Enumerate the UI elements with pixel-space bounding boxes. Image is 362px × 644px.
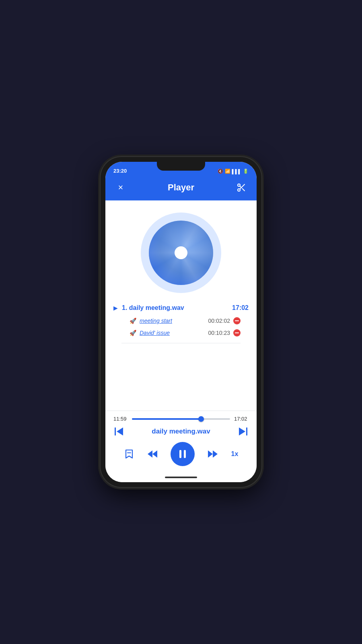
disc-mid	[149, 221, 213, 285]
svg-marker-15	[213, 450, 218, 458]
divider	[121, 343, 241, 343]
fast-forward-button[interactable]	[207, 448, 218, 460]
notch	[157, 162, 205, 171]
track-nav-row: daily meeting.wav	[113, 426, 249, 437]
rewind-button[interactable]	[147, 448, 158, 460]
play-icon: ▶	[113, 305, 118, 311]
bookmark-time-2: 00:10:23	[208, 330, 230, 336]
controls-row: 1x	[113, 442, 249, 466]
bookmark-button[interactable]	[124, 449, 134, 459]
track-list: ▶ 1. daily meeting.wav 17:02 🚀 meeting s…	[105, 301, 257, 411]
bookmark-item-1: 🚀 meeting start 00:02:02	[130, 315, 241, 327]
delete-bookmark-2[interactable]	[233, 329, 241, 336]
bookmark-left-2: 🚀 David' issue	[130, 330, 170, 336]
bookmark-label-1[interactable]: meeting start	[140, 318, 172, 324]
status-icons: 🔇 📶 ▌▌▌ 🔋	[218, 169, 249, 174]
total-time: 17:02	[234, 416, 249, 422]
app-header: × Player	[105, 176, 257, 200]
disc-outer	[141, 213, 221, 293]
bookmark-right-2: 00:10:23	[208, 329, 241, 336]
signal-icon: ▌▌▌	[232, 169, 241, 174]
next-track-button[interactable]	[237, 426, 249, 437]
progress-row: 11:59 17:02	[113, 416, 249, 422]
wifi-icon: 📶	[225, 169, 230, 174]
close-button[interactable]: ×	[113, 180, 128, 195]
svg-rect-5	[115, 427, 116, 436]
current-time: 11:59	[113, 416, 128, 422]
svg-marker-10	[148, 450, 152, 458]
svg-line-3	[242, 188, 245, 191]
speed-button[interactable]: 1x	[231, 450, 239, 458]
svg-marker-14	[208, 450, 213, 458]
bookmark-icon-2: 🚀	[130, 330, 136, 336]
track-item[interactable]: ▶ 1. daily meeting.wav 17:02	[113, 301, 249, 315]
status-time: 23:20	[113, 168, 127, 174]
scissors-button[interactable]	[234, 180, 249, 195]
svg-line-4	[240, 186, 241, 188]
bookmark-list: 🚀 meeting start 00:02:02 🚀 David' issue	[113, 315, 249, 339]
bookmark-time-1: 00:02:02	[208, 318, 230, 324]
track-main: ▶ 1. daily meeting.wav	[113, 304, 184, 312]
bookmark-left-1: 🚀 meeting start	[130, 318, 172, 324]
disc-center	[175, 246, 187, 259]
svg-rect-7	[246, 427, 247, 436]
pause-button[interactable]	[171, 442, 195, 466]
bookmark-icon-1: 🚀	[130, 318, 136, 324]
mute-icon: 🔇	[218, 169, 223, 174]
battery-icon: 🔋	[243, 169, 249, 174]
player-controls: 11:59 17:02 daily meeting.wav	[105, 411, 257, 473]
home-bar	[165, 477, 197, 478]
progress-fill	[132, 418, 201, 420]
track-name: 1. daily meeting.wav	[122, 304, 184, 312]
phone-frame: 23:20 🔇 📶 ▌▌▌ 🔋 × Player	[101, 157, 261, 487]
prev-track-button[interactable]	[113, 426, 125, 437]
disc-container	[105, 200, 257, 301]
bookmark-right-1: 00:02:02	[208, 317, 241, 324]
progress-bar[interactable]	[132, 418, 230, 420]
main-content: ▶ 1. daily meeting.wav 17:02 🚀 meeting s…	[105, 200, 257, 411]
svg-rect-12	[179, 450, 181, 458]
progress-thumb	[198, 416, 204, 422]
svg-marker-11	[152, 450, 157, 458]
track-duration: 17:02	[232, 304, 249, 312]
bookmark-item-2: 🚀 David' issue 00:10:23	[130, 327, 241, 339]
page-title: Player	[168, 182, 194, 193]
phone-screen: 23:20 🔇 📶 ▌▌▌ 🔋 × Player	[105, 162, 257, 482]
current-track-label: daily meeting.wav	[131, 427, 231, 436]
svg-marker-6	[117, 427, 123, 436]
bookmark-label-2[interactable]: David' issue	[140, 330, 170, 336]
svg-rect-13	[184, 450, 186, 458]
home-indicator	[105, 473, 257, 482]
delete-bookmark-1[interactable]	[233, 317, 241, 324]
svg-marker-8	[239, 427, 245, 436]
